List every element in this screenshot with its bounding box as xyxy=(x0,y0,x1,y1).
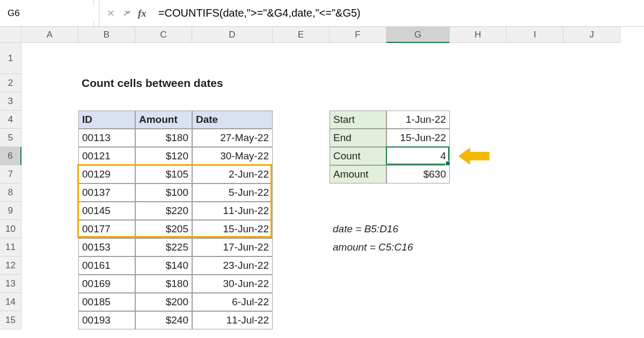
table-row[interactable]: 00169 xyxy=(78,275,135,293)
row-header-2[interactable]: 2 xyxy=(0,74,21,92)
insert-function-icon[interactable]: fx xyxy=(138,8,147,19)
column-header-F[interactable]: F xyxy=(330,27,386,43)
table-row[interactable]: 00129 xyxy=(78,165,135,183)
table-row[interactable]: $225 xyxy=(135,238,192,256)
column-header-G[interactable]: G xyxy=(386,27,450,43)
table-row[interactable]: 00185 xyxy=(78,293,135,311)
summary-label-count[interactable]: Count xyxy=(330,147,386,165)
row-header-7[interactable]: 7 xyxy=(0,165,21,183)
column-header-I[interactable]: I xyxy=(507,27,564,43)
summary-label-amount[interactable]: Amount xyxy=(330,165,386,183)
table-row[interactable]: $200 xyxy=(135,293,192,311)
table-row[interactable]: $180 xyxy=(135,275,192,293)
summary-value-start[interactable]: 1-Jun-22 xyxy=(386,111,450,129)
column-header-J[interactable]: J xyxy=(564,27,620,43)
title-cell[interactable]: Count cells between dates xyxy=(78,74,273,92)
row-header-4[interactable]: 4 xyxy=(0,111,21,129)
arrow-icon xyxy=(469,152,489,160)
table-row[interactable]: 00113 xyxy=(78,129,135,147)
table-row[interactable]: 30-Jun-22 xyxy=(192,275,273,293)
table-row[interactable]: 00145 xyxy=(78,202,135,220)
column-headers: ABCDEFGHIJ xyxy=(21,27,620,43)
row-header-8[interactable]: 8 xyxy=(0,183,21,202)
table-row[interactable]: 5-Jun-22 xyxy=(192,183,273,202)
table-row[interactable]: 17-Jun-22 xyxy=(192,238,273,256)
table-row[interactable]: 6-Jul-22 xyxy=(192,293,273,311)
table-row[interactable]: $100 xyxy=(135,183,192,202)
name-box-wrap xyxy=(0,0,94,26)
formula-bar: ✕ ✓ fx xyxy=(0,0,644,27)
table-row[interactable]: 30-May-22 xyxy=(192,147,273,165)
table-row[interactable]: $220 xyxy=(135,202,192,220)
table-row[interactable]: $140 xyxy=(135,256,192,275)
summary-value-end[interactable]: 15-Jun-22 xyxy=(386,129,450,147)
table-row[interactable]: 2-Jun-22 xyxy=(192,165,273,183)
row-header-1[interactable]: 1 xyxy=(0,43,21,74)
column-header-A[interactable]: A xyxy=(21,27,78,43)
formula-buttons: ✕ ✓ fx xyxy=(99,8,154,19)
table-row[interactable]: 11-Jun-22 xyxy=(192,202,273,220)
column-header-D[interactable]: D xyxy=(192,27,273,43)
title-text: Count cells between dates xyxy=(82,77,223,90)
table-row[interactable]: $240 xyxy=(135,311,192,329)
table-row[interactable]: 11-Jul-22 xyxy=(192,311,273,329)
column-header-E[interactable]: E xyxy=(273,27,330,43)
table-row[interactable]: 27-May-22 xyxy=(192,129,273,147)
row-header-6[interactable]: 6 xyxy=(0,147,21,165)
table-header-date[interactable]: Date xyxy=(192,111,273,129)
note-amount[interactable]: amount = C5:C16 xyxy=(330,238,507,256)
table-row[interactable]: 00193 xyxy=(78,311,135,329)
select-all-corner[interactable] xyxy=(0,27,21,43)
row-header-15[interactable]: 15 xyxy=(0,311,21,329)
cancel-icon[interactable]: ✕ xyxy=(107,8,115,19)
divider xyxy=(94,0,99,26)
table-row[interactable]: $105 xyxy=(135,165,192,183)
row-headers: 123456789101112131415 xyxy=(0,43,21,329)
row-header-10[interactable]: 10 xyxy=(0,220,21,238)
table-row[interactable]: 00153 xyxy=(78,238,135,256)
row-header-14[interactable]: 14 xyxy=(0,293,21,311)
enter-icon[interactable]: ✓ xyxy=(122,8,130,19)
row-header-12[interactable]: 12 xyxy=(0,256,21,275)
column-header-C[interactable]: C xyxy=(135,27,192,43)
row-header-9[interactable]: 9 xyxy=(0,202,21,220)
table-row[interactable]: 00161 xyxy=(78,256,135,275)
row-header-5[interactable]: 5 xyxy=(0,129,21,147)
formula-input[interactable] xyxy=(154,5,644,21)
summary-value-amount[interactable]: $630 xyxy=(386,165,450,183)
table-row[interactable]: 15-Jun-22 xyxy=(192,220,273,238)
column-header-B[interactable]: B xyxy=(78,27,135,43)
table-header-id[interactable]: ID xyxy=(78,111,135,129)
table-row[interactable]: 00177 xyxy=(78,220,135,238)
row-header-13[interactable]: 13 xyxy=(0,275,21,293)
table-row[interactable]: 23-Jun-22 xyxy=(192,256,273,275)
row-header-11[interactable]: 11 xyxy=(0,238,21,256)
row-header-3[interactable]: 3 xyxy=(0,92,21,111)
table-row[interactable]: 00121 xyxy=(78,147,135,165)
summary-value-count[interactable]: 4 xyxy=(386,147,450,165)
summary-label-end[interactable]: End xyxy=(330,129,386,147)
table-row[interactable]: $205 xyxy=(135,220,192,238)
column-header-H[interactable]: H xyxy=(450,27,507,43)
table-row[interactable]: $120 xyxy=(135,147,192,165)
table-header-amount[interactable]: Amount xyxy=(135,111,192,129)
table-row[interactable]: $180 xyxy=(135,129,192,147)
note-date[interactable]: date = B5:D16 xyxy=(330,220,507,238)
table-row[interactable]: 00137 xyxy=(78,183,135,202)
summary-label-start[interactable]: Start xyxy=(330,111,386,129)
